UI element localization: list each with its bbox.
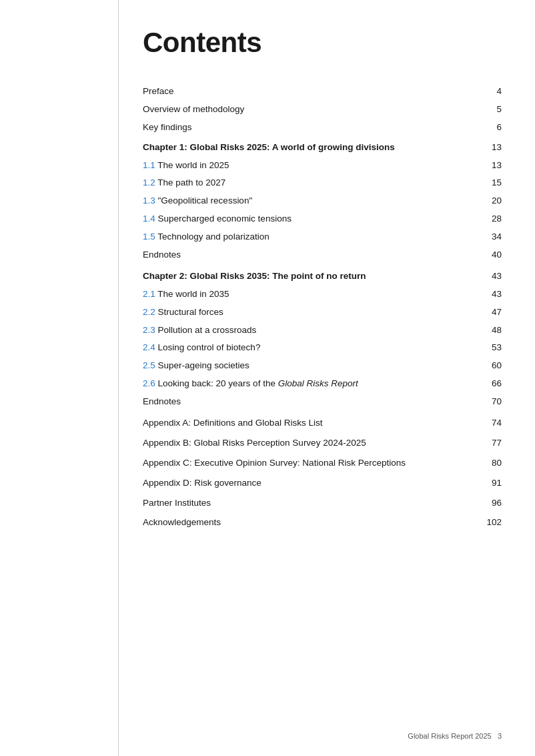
toc-page-num: 91 [475,474,502,492]
list-item: Appendix B: Global Risks Perception Surv… [143,434,502,452]
toc-endnotes-label: Endnotes [143,393,475,411]
sub-number: 2.4 [143,342,155,352]
toc-chapter-label[interactable]: Chapter 2: Global Risks 2035: The point … [143,268,475,286]
toc-page-num: 60 [475,357,502,375]
toc-page-num: 13 [475,139,502,157]
toc-page-num: 43 [475,286,502,304]
list-item: Partner Institutes96 [143,494,502,512]
list-item: 2.1 The world in 203543 [143,286,502,304]
toc-page-num: 96 [475,494,502,512]
toc-page-num: 48 [475,322,502,340]
list-item: 1.3 "Geopolitical recession"20 [143,192,502,210]
sub-number: 1.5 [143,232,155,242]
table-of-contents: Preface4Overview of methodology5Key find… [143,83,502,532]
list-item: 1.4 Supercharged economic tensions28 [143,210,502,228]
toc-sub-label[interactable]: 2.2 Structural forces [143,304,475,322]
toc-page-num: 15 [475,174,502,192]
toc-page-num: 47 [475,304,502,322]
toc-sub-label[interactable]: 1.5 Technology and polarization [143,228,475,246]
list-item: Chapter 2: Global Risks 2035: The point … [143,268,502,286]
content-area: Contents Preface4Overview of methodology… [119,0,535,756]
list-item: 1.1 The world in 202513 [143,157,502,175]
toc-page-num: 102 [475,514,502,532]
toc-sub-label[interactable]: 2.4 Losing control of biotech? [143,339,475,357]
footer: Global Risks Report 2025 3 [408,732,502,740]
sub-number: 2.1 [143,289,155,299]
list-item: Endnotes40 [143,246,502,264]
list-item: 2.5 Super-ageing societies60 [143,357,502,375]
toc-sub-label[interactable]: 1.2 The path to 2027 [143,174,475,192]
list-item: 1.5 Technology and polarization34 [143,228,502,246]
sub-number: 1.3 [143,196,155,206]
sub-number: 1.1 [143,160,155,170]
toc-sub-label[interactable]: 2.1 The world in 2035 [143,286,475,304]
left-margin [0,0,119,756]
list-item: 2.4 Losing control of biotech?53 [143,339,502,357]
list-item: Overview of methodology5 [143,101,502,119]
toc-page-num: 28 [475,210,502,228]
toc-sub-label[interactable]: 2.3 Pollution at a crossroads [143,322,475,340]
toc-page-num: 4 [475,83,502,101]
toc-page-num: 20 [475,192,502,210]
list-item: 2.3 Pollution at a crossroads48 [143,322,502,340]
toc-page-num: 77 [475,434,502,452]
toc-page-num: 53 [475,339,502,357]
list-item: Key findings6 [143,119,502,137]
toc-page-num: 70 [475,393,502,411]
toc-page-num: 34 [475,228,502,246]
toc-page-num: 66 [475,375,502,393]
list-item: 2.6 Looking back: 20 years of the Global… [143,375,502,393]
toc-main-label[interactable]: Partner Institutes [143,494,475,512]
toc-sub-label[interactable]: 1.1 The world in 2025 [143,157,475,175]
toc-sub-label[interactable]: 1.3 "Geopolitical recession" [143,192,475,210]
toc-main-label[interactable]: Appendix D: Risk governance [143,474,475,492]
toc-main-label[interactable]: Appendix A: Definitions and Global Risks… [143,414,475,432]
sub-number: 2.3 [143,325,155,335]
toc-page-num: 80 [475,454,502,472]
page: Contents Preface4Overview of methodology… [0,0,535,756]
toc-main-label[interactable]: Preface [143,83,475,101]
footer-page: 3 [498,732,502,740]
sub-number: 2.6 [143,378,155,388]
toc-page-num: 13 [475,157,502,175]
page-title: Contents [143,27,502,59]
sub-number: 1.4 [143,214,155,224]
toc-sub-label[interactable]: 1.4 Supercharged economic tensions [143,210,475,228]
toc-main-label[interactable]: Overview of methodology [143,101,475,119]
list-item: Acknowledgements102 [143,514,502,532]
toc-main-label[interactable]: Appendix C: Executive Opinion Survey: Na… [143,454,475,472]
list-item: 2.2 Structural forces47 [143,304,502,322]
toc-main-label[interactable]: Appendix B: Global Risks Perception Surv… [143,434,475,452]
list-item: Preface4 [143,83,502,101]
toc-chapter-label[interactable]: Chapter 1: Global Risks 2025: A world of… [143,139,475,157]
list-item: Appendix C: Executive Opinion Survey: Na… [143,454,502,472]
list-item: Appendix A: Definitions and Global Risks… [143,414,502,432]
footer-text: Global Risks Report 2025 [408,732,491,740]
toc-page-num: 43 [475,268,502,286]
toc-page-num: 5 [475,101,502,119]
toc-page-num: 74 [475,414,502,432]
sub-number: 2.5 [143,360,155,370]
toc-page-num: 40 [475,246,502,264]
toc-page-num: 6 [475,119,502,137]
sub-number: 1.2 [143,177,155,187]
toc-sub-label[interactable]: 2.6 Looking back: 20 years of the Global… [143,375,475,393]
toc-sub-label[interactable]: 2.5 Super-ageing societies [143,357,475,375]
sub-number: 2.2 [143,307,155,317]
toc-main-label[interactable]: Key findings [143,119,475,137]
toc-endnotes-label: Endnotes [143,246,475,264]
toc-main-label[interactable]: Acknowledgements [143,514,475,532]
list-item: Chapter 1: Global Risks 2025: A world of… [143,139,502,157]
list-item: Endnotes70 [143,393,502,411]
list-item: 1.2 The path to 202715 [143,174,502,192]
list-item: Appendix D: Risk governance91 [143,474,502,492]
